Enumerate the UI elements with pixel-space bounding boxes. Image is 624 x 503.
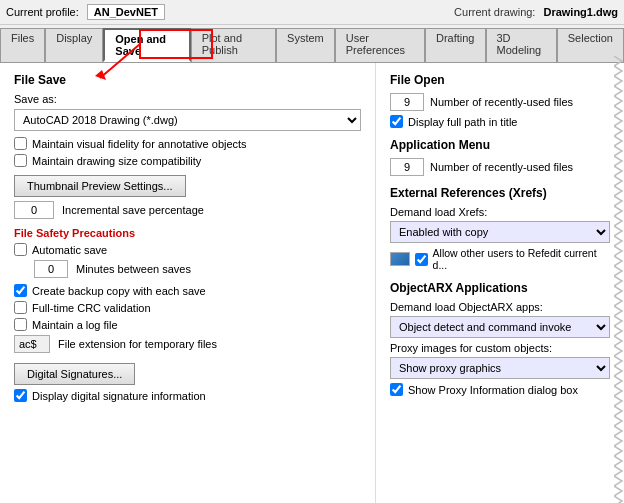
incremental-save-row: Incremental save percentage <box>14 201 361 219</box>
auto-save-row: Automatic save <box>14 243 361 256</box>
tab-user-prefs[interactable]: User Preferences <box>335 28 425 62</box>
right-panel: File Open Number of recently-used files … <box>376 63 624 503</box>
maintain-drawing-row: Maintain drawing size compatibility <box>14 154 361 167</box>
show-proxy-info-row: Show Proxy Information dialog box <box>390 383 610 396</box>
demand-load-xrefs-label: Demand load Xrefs: <box>390 206 487 218</box>
app-menu-recent-row: Number of recently-used files <box>390 158 610 176</box>
tab-plot-publish[interactable]: Plot and Publish <box>191 28 276 62</box>
file-ext-input[interactable] <box>14 335 50 353</box>
log-file-label: Maintain a log file <box>32 319 118 331</box>
recent-files-label: Number of recently-used files <box>430 96 573 108</box>
file-safety-title: File Safety Precautions <box>14 227 361 239</box>
demand-load-xrefs-label-row: Demand load Xrefs: <box>390 206 610 218</box>
recent-files-row: Number of recently-used files <box>390 93 610 111</box>
thumbnail-preview-btn[interactable]: Thumbnail Preview Settings... <box>14 175 186 197</box>
display-digital-label: Display digital signature information <box>32 390 206 402</box>
app-menu-recent-input[interactable] <box>390 158 424 176</box>
backup-copy-label: Create backup copy with each save <box>32 285 206 297</box>
app-menu-title: Application Menu <box>390 138 610 152</box>
allow-other-users-row: Allow other users to Refedit current d..… <box>390 247 610 271</box>
drawing-value: Drawing1.dwg <box>543 6 618 18</box>
recent-files-input[interactable] <box>390 93 424 111</box>
allow-refedit-checkbox[interactable] <box>415 253 428 266</box>
minutes-between-input[interactable] <box>34 260 68 278</box>
file-ext-label: File extension for temporary files <box>58 338 217 350</box>
auto-save-checkbox[interactable] <box>14 243 27 256</box>
backup-copy-checkbox[interactable] <box>14 284 27 297</box>
external-refs-title: External References (Xrefs) <box>390 186 610 200</box>
left-panel: File Save Save as: AutoCAD 2018 Drawing … <box>0 63 376 503</box>
file-open-title: File Open <box>390 73 610 87</box>
maintain-visual-label: Maintain visual fidelity for annotative … <box>32 138 247 150</box>
demand-load-xrefs-dropdown[interactable]: Enabled with copyDisabledEnabledEnabled … <box>390 221 610 243</box>
drawing-label: Current drawing: <box>454 6 535 18</box>
display-full-path-checkbox[interactable] <box>390 115 403 128</box>
maintain-visual-checkbox[interactable] <box>14 137 27 150</box>
log-file-checkbox[interactable] <box>14 318 27 331</box>
maintain-visual-row: Maintain visual fidelity for annotative … <box>14 137 361 150</box>
save-as-label: Save as: <box>14 93 57 105</box>
show-proxy-info-checkbox[interactable] <box>390 383 403 396</box>
profile-label: Current profile: <box>6 6 79 18</box>
arx-group: Demand load ObjectARX apps: Object detec… <box>390 301 610 396</box>
crc-checkbox[interactable] <box>14 301 27 314</box>
auto-save-label: Automatic save <box>32 244 107 256</box>
tab-open-save[interactable]: Open and Save <box>103 28 190 62</box>
proxy-images-dropdown[interactable]: Show proxy graphicsDo not show proxy gra… <box>390 357 610 379</box>
file-ext-row: File extension for temporary files <box>14 335 361 353</box>
demand-load-arx-dropdown[interactable]: Object detect and command invokeDisabled… <box>390 316 610 338</box>
minutes-between-row: Minutes between saves <box>34 260 361 278</box>
app-menu-recent-label: Number of recently-used files <box>430 161 573 173</box>
crc-row: Full-time CRC validation <box>14 301 361 314</box>
xrefs-group: Demand load Xrefs: Enabled with copyDisa… <box>390 206 610 271</box>
tab-display[interactable]: Display <box>45 28 103 62</box>
profile-value: AN_DevNET <box>87 4 165 20</box>
demand-load-arx-label-row: Demand load ObjectARX apps: <box>390 301 610 313</box>
allow-refedit-label: Allow other users to Refedit current d..… <box>433 247 610 271</box>
xref-icon <box>390 252 410 266</box>
maintain-drawing-checkbox[interactable] <box>14 154 27 167</box>
tab-drafting[interactable]: Drafting <box>425 28 486 62</box>
display-full-path-row: Display full path in title <box>390 115 610 128</box>
minutes-between-label: Minutes between saves <box>76 263 191 275</box>
incremental-save-input[interactable] <box>14 201 54 219</box>
digital-sign-btn[interactable]: Digital Signatures... <box>14 363 135 385</box>
main-content: File Save Save as: AutoCAD 2018 Drawing … <box>0 63 624 503</box>
tab-3d-modeling[interactable]: 3D Modeling <box>486 28 557 62</box>
display-full-path-label: Display full path in title <box>408 116 517 128</box>
crc-label: Full-time CRC validation <box>32 302 151 314</box>
maintain-drawing-label: Maintain drawing size compatibility <box>32 155 201 167</box>
proxy-images-label-row: Proxy images for custom objects: <box>390 342 610 354</box>
display-digital-checkbox[interactable] <box>14 389 27 402</box>
jagged-right-decoration <box>614 56 624 503</box>
tab-system[interactable]: System <box>276 28 335 62</box>
display-digital-row: Display digital signature information <box>14 389 361 402</box>
proxy-images-label: Proxy images for custom objects: <box>390 342 552 354</box>
app-menu-group: Number of recently-used files <box>390 158 610 176</box>
show-proxy-info-label: Show Proxy Information dialog box <box>408 384 578 396</box>
save-as-label-row: Save as: <box>14 93 361 105</box>
log-file-row: Maintain a log file <box>14 318 361 331</box>
file-save-title: File Save <box>14 73 361 87</box>
recent-files-group: Number of recently-used files Display fu… <box>390 93 610 128</box>
backup-copy-row: Create backup copy with each save <box>14 284 361 297</box>
incremental-save-label: Incremental save percentage <box>62 204 204 216</box>
tab-files[interactable]: Files <box>0 28 45 62</box>
save-as-dropdown[interactable]: AutoCAD 2018 Drawing (*.dwg)AutoCAD 2017… <box>14 109 361 131</box>
title-bar: Current profile: AN_DevNET Current drawi… <box>0 0 624 25</box>
demand-load-arx-label: Demand load ObjectARX apps: <box>390 301 543 313</box>
tab-bar: FilesDisplayOpen and SavePlot and Publis… <box>0 25 624 63</box>
object-arx-title: ObjectARX Applications <box>390 281 610 295</box>
